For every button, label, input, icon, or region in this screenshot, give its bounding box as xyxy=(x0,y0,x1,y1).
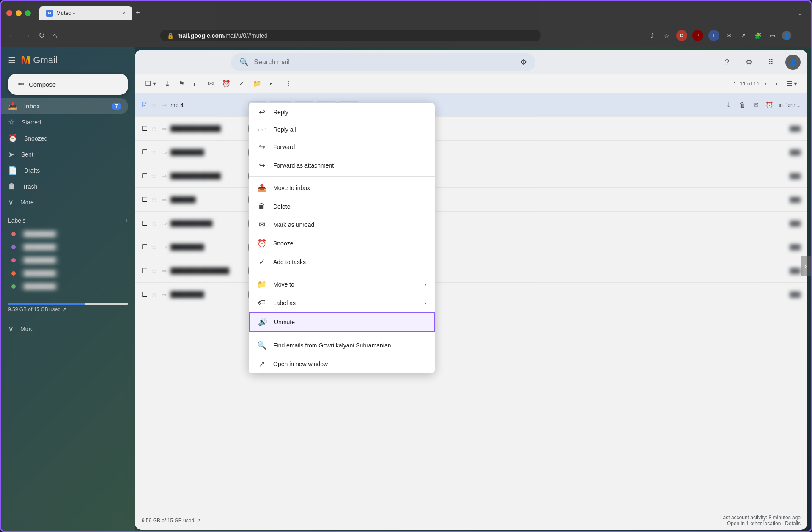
menu-item-reply-all[interactable]: ↩↩ Reply all xyxy=(249,121,435,138)
reply-all-icon: ↩↩ xyxy=(257,127,266,133)
menu-separator-3 xyxy=(249,334,435,334)
context-menu: ↩ Reply ↩↩ Reply all ↪ Forward ↪ Forward… xyxy=(249,103,435,373)
browser-frame: M Muted - × + ⌄ ← → ↻ ⌂ 🔒 mail.google.co… xyxy=(0,0,812,532)
label-as-icon: 🏷 xyxy=(257,298,266,307)
snooze-label: Snooze xyxy=(273,240,426,247)
menu-item-move-to[interactable]: 📁 Move to › xyxy=(249,275,435,294)
reply-label: Reply xyxy=(273,109,426,116)
menu-item-add-tasks[interactable]: ✓ Add to tasks xyxy=(249,253,435,271)
menu-item-move-inbox[interactable]: 📥 Move to inbox xyxy=(249,179,435,197)
open-window-icon: ↗ xyxy=(257,359,266,369)
menu-item-mark-unread[interactable]: ✉ Mark as unread xyxy=(249,215,435,234)
forward-attachment-icon: ↪ xyxy=(257,161,266,170)
menu-item-reply[interactable]: ↩ Reply xyxy=(249,103,435,121)
move-to-label: Move to xyxy=(273,281,417,288)
add-tasks-label: Add to tasks xyxy=(273,259,426,265)
menu-item-forward-attachment[interactable]: ↪ Forward as attachment xyxy=(249,156,435,175)
open-window-label: Open in new window xyxy=(273,361,426,367)
menu-item-delete[interactable]: 🗑 Delete xyxy=(249,197,435,215)
mark-unread-label: Mark as unread xyxy=(273,221,426,228)
menu-item-label-as[interactable]: 🏷 Label as › xyxy=(249,294,435,312)
reply-icon: ↩ xyxy=(257,108,266,117)
move-inbox-icon: 📥 xyxy=(257,183,266,193)
move-inbox-label: Move to inbox xyxy=(273,185,426,191)
menu-separator-2 xyxy=(249,273,435,273)
snooze-icon: ⏰ xyxy=(257,239,266,248)
forward-label: Forward xyxy=(273,143,426,150)
mark-unread-icon: ✉ xyxy=(257,220,266,229)
menu-item-find-emails[interactable]: 🔍 Find emails from Gowri kalyani Subrama… xyxy=(249,336,435,355)
add-tasks-icon: ✓ xyxy=(257,257,266,267)
menu-item-open-window[interactable]: ↗ Open in new window xyxy=(249,355,435,373)
move-to-icon: 📁 xyxy=(257,280,266,289)
reply-all-label: Reply all xyxy=(273,126,426,133)
find-emails-label: Find emails from Gowri kalyani Subramani… xyxy=(273,342,426,349)
delete-label: Delete xyxy=(273,203,426,210)
move-to-arrow-icon: › xyxy=(424,281,426,288)
menu-item-forward[interactable]: ↪ Forward xyxy=(249,138,435,156)
unmute-label: Unmute xyxy=(274,319,425,325)
menu-item-unmute[interactable]: 🔊 Unmute xyxy=(249,312,435,332)
label-as-arrow-icon: › xyxy=(424,300,426,306)
find-emails-icon: 🔍 xyxy=(257,341,266,350)
unmute-icon: 🔊 xyxy=(258,317,267,327)
forward-attachment-label: Forward as attachment xyxy=(273,162,426,169)
scroll-right-button[interactable]: › xyxy=(801,256,811,276)
menu-separator-1 xyxy=(249,176,435,177)
delete-icon: 🗑 xyxy=(257,202,266,211)
label-as-label: Label as xyxy=(273,300,417,306)
forward-icon: ↪ xyxy=(257,142,266,152)
menu-item-snooze[interactable]: ⏰ Snooze xyxy=(249,234,435,253)
